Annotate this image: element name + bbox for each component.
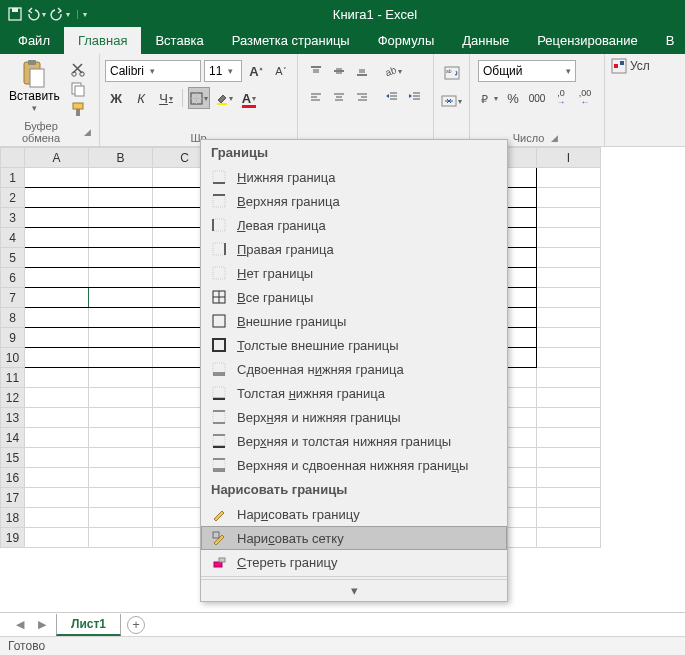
cut-icon[interactable] bbox=[70, 61, 86, 77]
cell[interactable] bbox=[89, 448, 153, 468]
cell[interactable] bbox=[537, 168, 601, 188]
select-all-corner[interactable] bbox=[1, 148, 25, 168]
menu-item-draw-border[interactable]: Стереть границу bbox=[201, 550, 507, 574]
cell[interactable] bbox=[537, 308, 601, 328]
align-left-icon[interactable] bbox=[305, 86, 327, 108]
decrease-decimal-icon[interactable]: ,00← bbox=[574, 87, 596, 109]
bold-button[interactable]: Ж bbox=[105, 87, 127, 109]
align-center-icon[interactable] bbox=[328, 86, 350, 108]
cell[interactable] bbox=[25, 528, 89, 548]
cell[interactable] bbox=[537, 388, 601, 408]
orientation-icon[interactable]: ab bbox=[381, 60, 403, 82]
menu-item-border[interactable]: Левая граница bbox=[201, 213, 507, 237]
row-header[interactable]: 13 bbox=[1, 408, 25, 428]
cell[interactable] bbox=[25, 208, 89, 228]
row-header[interactable]: 15 bbox=[1, 448, 25, 468]
menu-item-border[interactable]: Все границы bbox=[201, 285, 507, 309]
cell[interactable] bbox=[89, 368, 153, 388]
cell[interactable] bbox=[89, 468, 153, 488]
tab-data[interactable]: Данные bbox=[448, 27, 523, 54]
align-right-icon[interactable] bbox=[351, 86, 373, 108]
font-color-button[interactable]: A bbox=[238, 87, 260, 109]
increase-indent-icon[interactable] bbox=[404, 86, 426, 108]
cell[interactable] bbox=[89, 288, 153, 308]
cell[interactable] bbox=[537, 488, 601, 508]
row-header[interactable]: 8 bbox=[1, 308, 25, 328]
borders-button[interactable] bbox=[188, 87, 210, 109]
cell[interactable] bbox=[89, 208, 153, 228]
tab-review[interactable]: Рецензирование bbox=[523, 27, 651, 54]
cell[interactable] bbox=[25, 188, 89, 208]
menu-item-border[interactable]: Правая граница bbox=[201, 237, 507, 261]
row-header[interactable]: 14 bbox=[1, 428, 25, 448]
cell[interactable] bbox=[25, 468, 89, 488]
menu-item-draw-border[interactable]: Нарисовать границу bbox=[201, 502, 507, 526]
row-header[interactable]: 12 bbox=[1, 388, 25, 408]
increase-decimal-icon[interactable]: ,0→ bbox=[550, 87, 572, 109]
row-header[interactable]: 16 bbox=[1, 468, 25, 488]
cell[interactable] bbox=[537, 288, 601, 308]
column-header[interactable]: B bbox=[89, 148, 153, 168]
row-header[interactable]: 10 bbox=[1, 348, 25, 368]
tab-file[interactable]: Файл bbox=[4, 27, 64, 54]
conditional-formatting-partial[interactable]: Усл bbox=[611, 58, 650, 74]
cell[interactable] bbox=[537, 528, 601, 548]
cell[interactable] bbox=[25, 508, 89, 528]
cell[interactable] bbox=[537, 408, 601, 428]
cell[interactable] bbox=[89, 248, 153, 268]
row-header[interactable]: 9 bbox=[1, 328, 25, 348]
cell[interactable] bbox=[25, 328, 89, 348]
menu-item-border[interactable]: Толстые внешние границы bbox=[201, 333, 507, 357]
tab-formulas[interactable]: Формулы bbox=[364, 27, 449, 54]
paste-dropdown-icon[interactable]: ▾ bbox=[32, 103, 37, 113]
cell[interactable] bbox=[537, 368, 601, 388]
column-header[interactable]: I bbox=[537, 148, 601, 168]
cell[interactable] bbox=[25, 408, 89, 428]
cell[interactable] bbox=[25, 308, 89, 328]
cell[interactable] bbox=[537, 448, 601, 468]
menu-item-border[interactable]: Верхняя граница bbox=[201, 189, 507, 213]
tab-insert[interactable]: Вставка bbox=[141, 27, 217, 54]
cell[interactable] bbox=[537, 328, 601, 348]
menu-item-border[interactable]: Верхняя и нижняя границы bbox=[201, 405, 507, 429]
row-header[interactable]: 17 bbox=[1, 488, 25, 508]
accounting-format-icon[interactable]: ₽ bbox=[478, 87, 500, 109]
align-bottom-icon[interactable] bbox=[351, 60, 373, 82]
qat-customize-icon[interactable]: ▾ bbox=[77, 10, 87, 19]
row-header[interactable]: 18 bbox=[1, 508, 25, 528]
redo-icon[interactable] bbox=[50, 7, 64, 21]
cell[interactable] bbox=[25, 348, 89, 368]
menu-item-draw-border[interactable]: Нарисовать сетку bbox=[201, 526, 507, 550]
cell[interactable] bbox=[89, 328, 153, 348]
merge-cells-icon[interactable] bbox=[441, 90, 463, 112]
cell[interactable] bbox=[25, 488, 89, 508]
cell[interactable] bbox=[25, 288, 89, 308]
cell[interactable] bbox=[25, 368, 89, 388]
row-header[interactable]: 2 bbox=[1, 188, 25, 208]
cell[interactable] bbox=[537, 508, 601, 528]
row-header[interactable]: 1 bbox=[1, 168, 25, 188]
align-middle-icon[interactable] bbox=[328, 60, 350, 82]
menu-item-border[interactable]: Верхняя и сдвоенная нижняя границы bbox=[201, 453, 507, 477]
cell[interactable] bbox=[537, 188, 601, 208]
format-painter-icon[interactable] bbox=[70, 101, 86, 117]
cell[interactable] bbox=[89, 268, 153, 288]
menu-item-border[interactable]: Сдвоенная нижняя граница bbox=[201, 357, 507, 381]
fill-color-button[interactable] bbox=[213, 87, 235, 109]
undo-icon[interactable] bbox=[26, 7, 40, 21]
cell[interactable] bbox=[25, 248, 89, 268]
row-header[interactable]: 6 bbox=[1, 268, 25, 288]
cell[interactable] bbox=[89, 388, 153, 408]
add-sheet-button[interactable]: + bbox=[127, 616, 145, 634]
font-size-combo[interactable]: 11▾ bbox=[204, 60, 242, 82]
menu-item-border[interactable]: Нет границы bbox=[201, 261, 507, 285]
italic-button[interactable]: К bbox=[130, 87, 152, 109]
tab-view-partial[interactable]: В bbox=[652, 27, 677, 54]
cell[interactable] bbox=[25, 448, 89, 468]
sheet-nav-next-icon[interactable]: ▶ bbox=[34, 618, 50, 631]
cell[interactable] bbox=[537, 268, 601, 288]
tab-page-layout[interactable]: Разметка страницы bbox=[218, 27, 364, 54]
clipboard-dialog-launcher[interactable]: ◢ bbox=[81, 126, 94, 138]
cell[interactable] bbox=[537, 208, 601, 228]
number-dialog-launcher[interactable]: ◢ bbox=[548, 132, 561, 144]
